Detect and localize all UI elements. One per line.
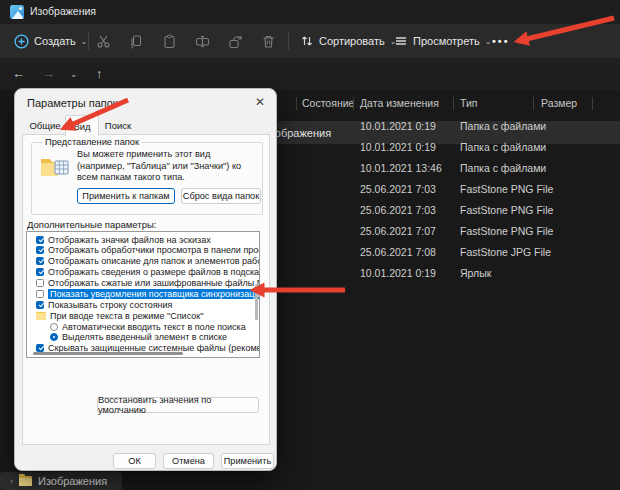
file-row[interactable]: 10.01.2021 0:19Ярлык2 КБ: [360, 263, 620, 284]
advanced-option-check[interactable]: Отображать описание для папок и элементо…: [27, 256, 259, 267]
advanced-option-folder[interactable]: При вводе текста в режиме "Список": [27, 310, 259, 321]
cancel-button[interactable]: Отмена: [163, 453, 214, 469]
close-icon[interactable]: ✕: [255, 96, 265, 108]
checkbox-icon[interactable]: [36, 279, 44, 287]
file-date: 10.01.2021 0:19: [360, 141, 436, 153]
advanced-option-label: Выделять введенный элемент в списке: [62, 332, 227, 342]
advanced-option-check[interactable]: Показывать строку состояния: [27, 299, 259, 310]
file-date: 25.06.2021 7:07: [360, 225, 436, 237]
folder-icon: [19, 476, 32, 486]
column-divider[interactable]: [353, 97, 354, 110]
file-date: 25.06.2021 7:03: [360, 183, 436, 195]
column-divider[interactable]: [453, 97, 454, 110]
reset-folders-button[interactable]: Сброс вида папок: [181, 188, 261, 204]
advanced-option-label: Отображать сведения о размере файлов в п…: [48, 267, 260, 277]
checkbox-icon[interactable]: [36, 301, 44, 309]
advanced-option-check[interactable]: Отображать сведения о размере файлов в п…: [27, 267, 259, 278]
file-size: 13 КБ: [585, 204, 620, 216]
rename-button[interactable]: [195, 34, 210, 49]
tab-general[interactable]: Общие: [25, 117, 65, 134]
checkbox-icon[interactable]: [36, 246, 44, 254]
delete-button[interactable]: [261, 34, 276, 49]
more-dots-icon: •••: [492, 35, 510, 47]
column-header-size[interactable]: Размер: [541, 97, 577, 109]
file-row[interactable]: 10.01.2021 0:19Папка с файлами: [360, 116, 620, 137]
dialog-title: Параметры папок: [27, 97, 118, 109]
folder-icon[interactable]: [36, 312, 46, 320]
new-button[interactable]: Создать ⌄: [14, 31, 88, 51]
advanced-option-label: Отображать описание для папок и элементо…: [48, 256, 260, 266]
advanced-option-label: Показать уведомления поставщика синхрони…: [48, 289, 260, 299]
advanced-option-radio[interactable]: Выделять введенный элемент в списке: [27, 332, 259, 343]
radio-icon[interactable]: [50, 323, 58, 331]
file-row[interactable]: 25.06.2021 7:08FastStone JPG File32 КБ: [360, 242, 620, 263]
back-icon[interactable]: ←: [12, 66, 25, 81]
copy-icon: [129, 34, 144, 49]
apply-to-folders-button[interactable]: Применить к папкам: [77, 188, 175, 204]
file-type: Папка с файлами: [460, 162, 546, 174]
file-row[interactable]: 10.01.2021 13:46Папка с файлами: [360, 158, 620, 179]
file-date: 25.06.2021 7:08: [360, 246, 436, 258]
cut-button[interactable]: [96, 34, 111, 49]
tab-search[interactable]: Поиск: [97, 117, 139, 134]
paste-button[interactable]: [162, 34, 177, 49]
view-button-label: Просмотреть: [413, 35, 480, 47]
column-divider[interactable]: [296, 97, 297, 110]
sort-button[interactable]: Сортировать ⌄: [300, 31, 396, 51]
horizontal-scrollbar[interactable]: [33, 352, 183, 355]
column-divider[interactable]: [533, 97, 534, 110]
radio-icon[interactable]: [50, 333, 58, 341]
vertical-scrollbar[interactable]: [255, 284, 258, 320]
sidebar-item-pictures[interactable]: › Изображения: [0, 472, 122, 490]
checkbox-icon[interactable]: [36, 257, 44, 265]
advanced-option-check[interactable]: Отображать сжатые или зашифрованные файл…: [27, 278, 259, 289]
advanced-option-radio[interactable]: Автоматически вводить текст в поле поиск…: [27, 321, 259, 332]
file-date: 10.01.2021 13:46: [360, 162, 442, 174]
window-title: Изображения: [30, 5, 96, 17]
navigation-bar: ← → ⌄ ↑ › Этот компьютер › Изображения: [0, 58, 620, 90]
file-row[interactable]: 25.06.2021 7:03FastStone PNG File9 КБ: [360, 179, 620, 200]
folder-view-group: Представление папок Вы можете применить …: [31, 142, 263, 215]
column-divider[interactable]: [592, 97, 593, 110]
more-options-button[interactable]: •••: [492, 31, 510, 51]
apply-button[interactable]: Применить: [221, 453, 274, 469]
share-button[interactable]: [228, 34, 243, 49]
recent-locations-icon[interactable]: ⌄: [70, 69, 78, 79]
restore-defaults-button[interactable]: Восстановить значения по умолчанию: [97, 397, 259, 413]
ok-button[interactable]: ОК: [113, 453, 156, 469]
view-tab-page: Представление папок Вы можете применить …: [22, 134, 270, 445]
tab-view[interactable]: Вид: [65, 115, 99, 136]
file-date: 10.01.2021 0:19: [360, 120, 436, 132]
advanced-option-label: Показывать строку состояния: [48, 300, 172, 310]
file-row[interactable]: 10.01.2021 0:19Папка с файлами: [360, 137, 620, 158]
toolbar-divider: [88, 32, 89, 50]
advanced-option-check[interactable]: Отображать значки файлов на эскизах: [27, 234, 259, 245]
file-type: FastStone PNG File: [460, 225, 553, 237]
file-type: FastStone PNG File: [460, 183, 553, 195]
advanced-option-label: Отображать обработчики просмотра в панел…: [48, 245, 260, 255]
share-icon: [228, 34, 243, 49]
chevron-down-icon: ⌄: [485, 37, 492, 46]
up-icon[interactable]: ↑: [96, 66, 103, 81]
view-button[interactable]: Просмотреть ⌄: [394, 31, 491, 51]
file-row[interactable]: 25.06.2021 7:03FastStone PNG File13 КБ: [360, 200, 620, 221]
sidebar-item-label: Изображения: [38, 475, 107, 487]
checkbox-icon[interactable]: [36, 236, 44, 244]
command-bar: Создать ⌄: [0, 24, 620, 58]
group-title: Представление папок: [42, 137, 142, 147]
column-header-date[interactable]: Дата изменения: [360, 97, 439, 109]
copy-button[interactable]: [129, 34, 144, 49]
advanced-option-check[interactable]: Показать уведомления поставщика синхрони…: [27, 289, 259, 300]
column-header-type[interactable]: Тип: [460, 97, 478, 109]
advanced-option-check[interactable]: Отображать обработчики просмотра в панел…: [27, 245, 259, 256]
sort-button-label: Сортировать: [319, 35, 385, 47]
file-row[interactable]: 25.06.2021 7:07FastStone PNG File30 КБ: [360, 221, 620, 242]
advanced-option-label: Отображать сжатые или зашифрованные файл…: [48, 278, 260, 288]
file-size: 32 КБ: [585, 246, 620, 258]
forward-icon[interactable]: →: [42, 66, 55, 81]
checkbox-icon[interactable]: [36, 290, 44, 298]
advanced-settings-list: Отображать значки файлов на эскизахОтобр…: [26, 231, 260, 358]
file-date: 10.01.2021 0:19: [360, 267, 436, 279]
checkbox-icon[interactable]: [36, 268, 44, 276]
column-header-status[interactable]: Состояние: [302, 97, 354, 109]
